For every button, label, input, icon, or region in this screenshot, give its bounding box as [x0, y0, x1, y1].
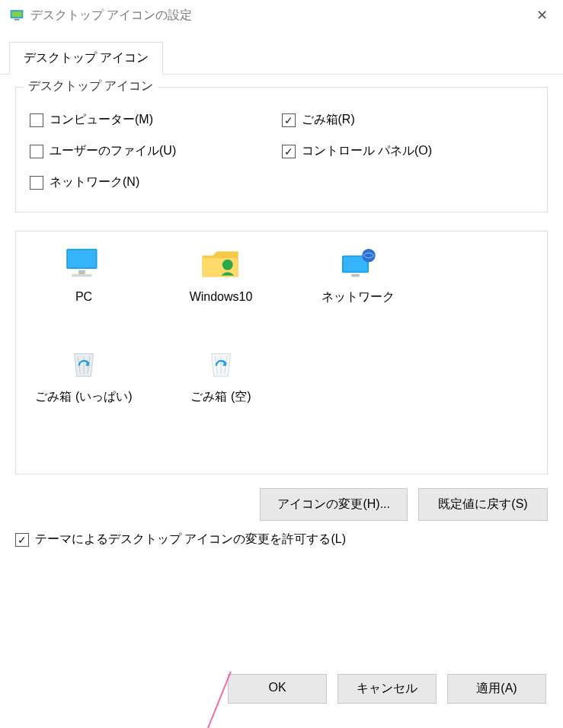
icon-network[interactable]: ネットワーク [301, 244, 415, 305]
window-title: デスクトップ アイコンの設定 [30, 8, 192, 24]
checkbox-theme-allow[interactable]: ✓ テーマによるデスクトップ アイコンの変更を許可する(L) [15, 532, 548, 548]
icon-recyclebin-full[interactable]: ごみ箱 (いっぱい) [27, 343, 141, 405]
desktop-icons-group: デスクトップ アイコン コンピューター(M) ✓ ごみ箱(R) ユーザーのファイ… [15, 87, 548, 212]
bin-empty-icon [197, 343, 245, 383]
checkbox-userfiles[interactable]: ユーザーのファイル(U) [30, 136, 282, 167]
svg-point-11 [362, 249, 376, 263]
cancel-button[interactable]: キャンセル [337, 674, 437, 704]
icon-recyclebin-empty[interactable]: ごみ箱 (空) [164, 343, 278, 405]
checkbox-label: コンピューター(M) [50, 112, 153, 128]
checkbox-icon: ✓ [15, 533, 29, 547]
checkbox-icon [30, 145, 43, 158]
app-icon [9, 8, 24, 23]
close-icon[interactable]: ✕ [530, 4, 554, 27]
restore-default-button[interactable]: 既定値に戻す(S) [418, 488, 548, 521]
checkbox-label: ごみ箱(R) [302, 112, 355, 128]
apply-button[interactable]: 適用(A) [447, 674, 546, 704]
icon-label: ネットワーク [301, 289, 415, 305]
svg-rect-4 [68, 251, 96, 268]
ok-button[interactable]: OK [228, 674, 327, 704]
monitor-icon [59, 244, 108, 283]
checkbox-label: ユーザーのファイル(U) [50, 143, 176, 159]
folder-user-icon [197, 244, 245, 283]
icon-pc[interactable]: PC [27, 244, 141, 305]
group-title: デスクトップ アイコン [24, 78, 158, 94]
svg-rect-10 [351, 274, 360, 277]
checkbox-network[interactable]: ネットワーク(N) [30, 167, 282, 198]
icon-userfolder[interactable]: Windows10 [164, 244, 278, 305]
icon-label: PC [27, 289, 141, 305]
checkbox-icon [30, 176, 43, 190]
svg-rect-1 [14, 19, 20, 21]
svg-rect-5 [78, 270, 85, 274]
checkbox-icon [30, 113, 43, 127]
checkbox-icon: ✓ [282, 113, 296, 127]
icon-label: Windows10 [164, 289, 278, 305]
network-icon [334, 244, 382, 283]
titlebar: デスクトップ アイコンの設定 ✕ [0, 0, 563, 30]
svg-rect-2 [11, 11, 21, 18]
checkbox-recyclebin[interactable]: ✓ ごみ箱(R) [282, 104, 534, 136]
icon-preview-grid: PC Windows10 ネットワーク ごみ箱 (いっぱい) [15, 231, 548, 474]
checkbox-computer[interactable]: コンピューター(M) [30, 104, 282, 136]
checkbox-controlpanel[interactable]: ✓ コントロール パネル(O) [282, 136, 534, 167]
tab-desktop-icons[interactable]: デスクトップ アイコン [9, 42, 163, 75]
checkbox-label: コントロール パネル(O) [302, 143, 433, 159]
checkbox-label: テーマによるデスクトップ アイコンの変更を許可する(L) [35, 532, 346, 548]
checkbox-icon: ✓ [282, 145, 296, 158]
svg-point-7 [222, 260, 233, 270]
icon-label: ごみ箱 (空) [164, 389, 278, 405]
checkbox-label: ネットワーク(N) [50, 174, 139, 190]
change-icon-button[interactable]: アイコンの変更(H)... [260, 488, 408, 521]
bin-full-icon [59, 343, 108, 383]
svg-rect-6 [72, 274, 91, 277]
icon-label: ごみ箱 (いっぱい) [27, 389, 141, 405]
